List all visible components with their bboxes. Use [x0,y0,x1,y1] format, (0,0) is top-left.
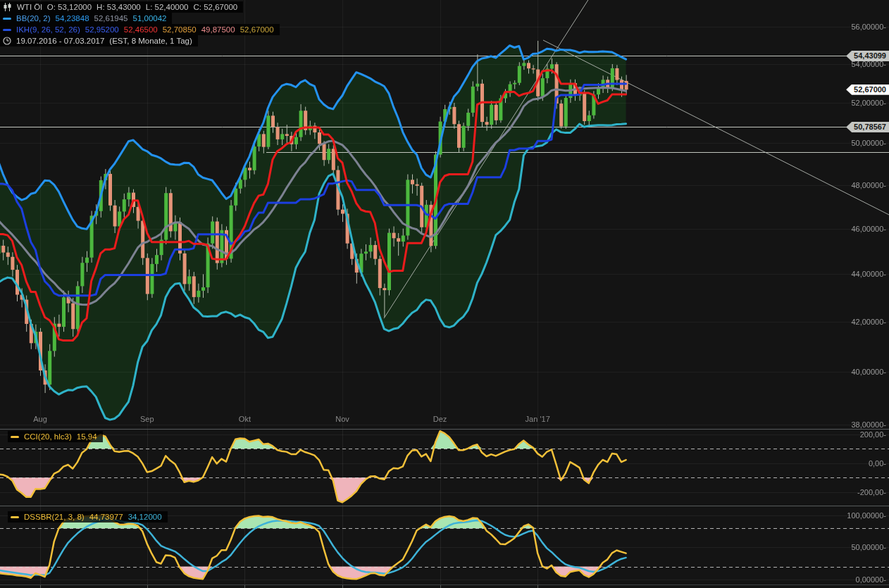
cci-axis-label: 0,00- [869,459,886,468]
month-axis-label: Dez [433,415,447,423]
ohlc-open: O: 53,12000 [47,2,92,12]
ikh-senkou-a-value: 52,70850 [163,25,197,35]
legend-cci-row[interactable]: CCI(20, hlc3) 15,94 [8,431,103,442]
price-tag-support[interactable]: 50,78567 [846,122,889,132]
ohlc-low: L: 52,40000 [146,2,189,12]
symbol-name: WTI Öl [17,2,42,12]
bottom-time-axis [0,584,889,585]
dss-axis-label: 0,00000- [856,575,886,584]
dss-axis-label: 50,00000- [851,543,886,551]
ikh-tenkan-value: 52,46500 [124,25,158,35]
price-axis-label: 56,00000- [851,23,886,31]
ikh-senkou-b-value: 49,87500 [201,25,235,35]
legend-bb-row[interactable]: BB(20, 2) 54,23848 52,61945 51,00042 [0,13,172,24]
cci-value: 15,94 [77,432,97,442]
ikh-dash-icon [3,29,11,31]
price-axis-label: 42,00000- [851,318,886,326]
dssbr-signal-value: 34,12000 [128,512,162,522]
ohlc-close: C: 52,67000 [194,2,238,12]
ikh-kijun-value: 52,95200 [85,25,119,35]
cci-axis-label: 200,00- [860,430,886,439]
panel-separator-cci-dssbr[interactable] [0,506,889,506]
dssbr-name: DSSBR(21, 3, 8) [24,512,85,522]
dss-axis-label: 100,00000- [847,511,886,520]
price-axis-label: 50,00000- [851,139,886,147]
legend-dssbr-row[interactable]: DSSBR(21, 3, 8) 44,73977 34,12000 [8,511,168,523]
cci-dash-icon [11,436,19,438]
chart-canvas[interactable] [0,0,889,588]
timeframe-info: (EST, 8 Monate, 1 Tag) [109,36,192,46]
price-tag-resistance[interactable]: 54,43099 [846,51,889,61]
bb-dash-icon [3,18,11,20]
legend-symbol-row[interactable]: WTI Öl O: 53,12000 H: 53,43000 L: 52,400… [0,1,243,13]
price-axis-label: 44,00000- [851,270,886,278]
price-axis-label: 48,00000- [851,181,886,189]
dssbr-value: 44,73977 [89,512,123,522]
date-range: 19.07.2016 - 07.03.2017 [16,36,104,46]
ikh-chikou-value: 52,67000 [240,25,274,35]
bb-upper-value: 54,23848 [56,13,89,23]
month-axis-label: Okt [239,415,251,423]
bb-name: BB(20, 2) [16,13,51,23]
price-axis-label: 40,00000- [851,368,886,376]
price-axis-label: 52,00000- [851,99,886,107]
chart-window: WTI Öl O: 53,12000 H: 53,43000 L: 52,400… [0,0,889,588]
cci-name: CCI(20, hlc3) [24,432,72,442]
month-axis-label: Jan '17 [526,415,550,423]
legend-date-row[interactable]: 19.07.2016 - 07.03.2017 (EST, 8 Monate, … [0,35,198,46]
clock-icon [3,37,11,45]
panel-separator-main-cci[interactable] [0,429,889,430]
month-axis-label: Sep [140,415,154,423]
price-axis-label: 38,00000- [851,420,886,429]
candlestick-icon [3,3,12,11]
month-axis-label: Nov [335,415,349,423]
price-axis-label: 46,00000- [851,225,886,233]
cci-axis-label: -200,00- [857,488,886,496]
ohlc-high: H: 53,43000 [97,2,141,12]
dssbr-dash-icon [11,516,19,518]
month-axis-label: Aug [33,415,47,423]
ikh-name: IKH(9, 26, 52, 26) [16,25,80,35]
bb-lower-value: 51,00042 [133,13,167,23]
legend-ikh-row[interactable]: IKH(9, 26, 52, 26) 52,95200 52,46500 52,… [0,24,280,35]
price-tag-last-price[interactable]: 52,67000 [846,85,889,95]
bb-middle-value: 52,61945 [94,13,128,23]
